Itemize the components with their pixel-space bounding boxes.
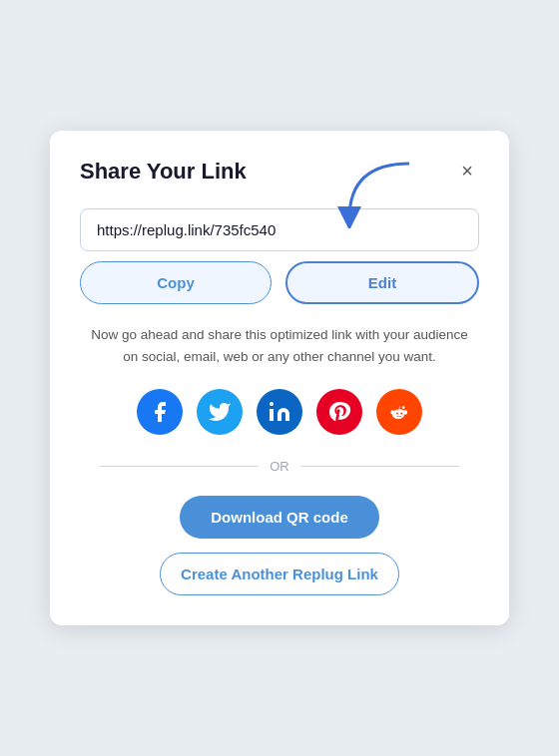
link-input[interactable] [80,208,479,251]
copy-button[interactable]: Copy [80,261,272,304]
reddit-share-button[interactable] [376,389,422,435]
divider-line-left [100,466,258,467]
share-description: Now go ahead and share this optimized li… [80,324,479,367]
close-button[interactable]: × [455,159,479,183]
blue-arrow-icon [329,159,419,228]
divider-text: OR [270,459,289,474]
linkedin-share-button[interactable] [257,389,302,435]
create-replug-link-button[interactable]: Create Another Replug Link [160,553,399,595]
svg-point-1 [270,402,274,406]
pinterest-icon [327,400,351,424]
pinterest-share-button[interactable] [316,389,362,435]
facebook-share-button[interactable] [137,389,183,435]
twitter-icon [208,400,232,424]
action-buttons-row: Copy Edit [80,261,479,304]
facebook-icon [148,400,172,424]
svg-rect-0 [270,409,274,421]
twitter-share-button[interactable] [197,389,243,435]
social-icons-row [80,389,479,435]
arrow-container [80,208,479,251]
divider-line-right [301,466,459,467]
download-qr-button[interactable]: Download QR code [180,496,379,539]
modal-title: Share Your Link [80,159,247,185]
share-link-modal: Share Your Link × Copy Edit Now go ahead… [50,131,509,625]
linkedin-icon [268,400,291,424]
reddit-icon [387,400,411,424]
modal-header: Share Your Link × [80,159,479,185]
edit-button[interactable]: Edit [285,261,479,304]
divider-row: OR [80,459,479,474]
